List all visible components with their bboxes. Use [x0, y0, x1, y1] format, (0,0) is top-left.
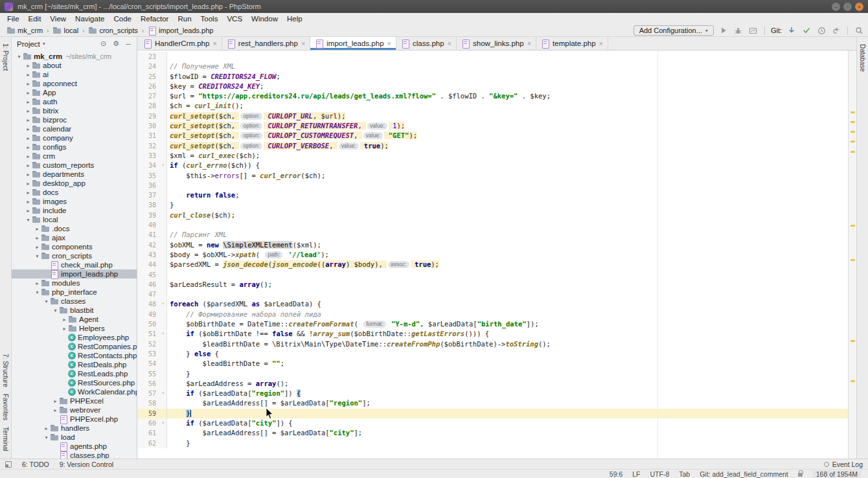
memory-indicator[interactable]: 168 of 1954M: [812, 470, 862, 478]
tree-item-.docs[interactable]: ▸.docs: [12, 224, 137, 233]
code-line[interactable]: 59 }: [137, 409, 856, 418]
chevron-expanded-icon[interactable]: ▾: [52, 308, 59, 313]
chevron-collapsed-icon[interactable]: ▸: [25, 199, 32, 205]
caret-position[interactable]: 59:6: [610, 470, 622, 478]
version-control-button[interactable]: 9: Version Control: [60, 461, 113, 468]
editor[interactable]: 2324// Получение XML25$flowID = CREDITOR…: [137, 51, 856, 459]
chevron-collapsed-icon[interactable]: ▸: [25, 208, 32, 214]
chevron-collapsed-icon[interactable]: ▸: [34, 235, 41, 241]
code-line[interactable]: 52 $leadBirthDate = \Bitrix\Main\Type\Da…: [137, 339, 856, 349]
tree-item-desktop_app[interactable]: ▸desktop_app: [12, 179, 137, 188]
code-line[interactable]: 39curl_close($ch);: [137, 211, 856, 220]
tree-item-bitrix[interactable]: ▸bitrix: [12, 106, 137, 115]
chevron-collapsed-icon[interactable]: ▸: [25, 172, 32, 177]
code-line[interactable]: 57▾ if ($arLeadData["region"]) {: [137, 389, 856, 398]
tree-item-load[interactable]: ▾load: [12, 433, 137, 442]
tab-rest_handlers.php[interactable]: rest_handlers.php×: [222, 37, 311, 50]
chevron-expanded-icon[interactable]: ▾: [34, 290, 41, 295]
chevron-expanded-icon[interactable]: ▾: [16, 54, 23, 60]
close-tab-icon[interactable]: ×: [599, 40, 603, 47]
close-tab-icon[interactable]: ×: [301, 40, 305, 47]
code-line[interactable]: 43$body = $obXML->xpath( path: '//lead')…: [137, 250, 856, 260]
tree-item-calendar[interactable]: ▸calendar: [12, 124, 137, 133]
code-line[interactable]: 41// Парсинг XML: [137, 230, 856, 240]
tree-item-crm[interactable]: ▸crm: [12, 152, 137, 161]
code-line[interactable]: 50 $obBirthDate = DateTime::createFromFo…: [137, 319, 856, 329]
chevron-collapsed-icon[interactable]: ▸: [61, 326, 68, 332]
add-configuration-button[interactable]: Add Configuration... ▾: [634, 25, 714, 36]
warning-stripe-mark[interactable]: [851, 111, 855, 113]
code-line[interactable]: 48▾foreach ($parsedXML as $arLeadData) {: [137, 299, 856, 309]
chevron-collapsed-icon[interactable]: ▸: [25, 163, 32, 168]
tab-class.php[interactable]: class.php×: [396, 37, 457, 50]
chevron-collapsed-icon[interactable]: ▸: [25, 90, 32, 96]
tree-item-mk_crm[interactable]: ▾mk_crm~/sites/mk_crm: [12, 52, 137, 61]
code-line[interactable]: 42$obXML = new \SimpleXMLElement($xml);: [137, 240, 856, 250]
tree-item-images[interactable]: ▸images: [12, 197, 137, 206]
fold-marker[interactable]: ▾: [159, 389, 167, 398]
close-tab-icon[interactable]: ×: [387, 40, 391, 47]
code-line[interactable]: 31curl_setopt($ch, option: CURLOPT_CUSTO…: [137, 131, 856, 141]
file-encoding[interactable]: UTF-8: [650, 470, 670, 478]
chevron-collapsed-icon[interactable]: ▸: [25, 63, 32, 69]
chevron-expanded-icon[interactable]: ▾: [25, 217, 32, 223]
chevron-collapsed-icon[interactable]: ▸: [25, 135, 32, 141]
menu-file[interactable]: File: [3, 15, 24, 23]
git-history-clock-icon[interactable]: [816, 25, 827, 36]
code-line[interactable]: 51▾ if ($obBirthDate !== false && !array…: [137, 329, 856, 339]
menu-run[interactable]: Run: [173, 15, 196, 23]
code-line[interactable]: 49 // Формирование набора полей лида: [137, 310, 856, 319]
tree-item-webrover[interactable]: ▸webrover: [12, 405, 137, 415]
menu-refactor[interactable]: Refactor: [136, 15, 173, 23]
chevron-expanded-icon[interactable]: ▾: [43, 299, 50, 304]
code-line[interactable]: 56 $arLeadAddress = array();: [137, 379, 856, 389]
tree-item-classes[interactable]: ▾classes: [12, 297, 137, 306]
code-line[interactable]: 58 $arLeadAddress[] = $arLeadData["regio…: [137, 398, 856, 408]
code-line[interactable]: 54 $leadBirthDate = "";: [137, 359, 856, 369]
code-line[interactable]: 27$url = "https://app.creditors24.ru/api…: [137, 91, 856, 101]
code-line[interactable]: 37 return false;: [137, 190, 856, 200]
chevron-collapsed-icon[interactable]: ▸: [25, 81, 32, 87]
code-line[interactable]: 46$arLeadsResult = array();: [137, 280, 856, 290]
tree-item-apconnect[interactable]: ▸apconnect: [12, 79, 137, 88]
tree-item-RestSources.php[interactable]: cRestSources.php: [12, 378, 137, 387]
event-log-button[interactable]: Event Log: [824, 461, 863, 468]
todo-button[interactable]: 6: TODO: [22, 461, 49, 468]
tree-item-company[interactable]: ▸company: [12, 133, 137, 142]
chevron-collapsed-icon[interactable]: ▸: [25, 99, 32, 105]
warning-stripe-mark[interactable]: [851, 141, 855, 142]
tree-item-RestLeads.php[interactable]: cRestLeads.php: [12, 369, 137, 378]
tree-item-WorkCalendar.php[interactable]: cWorkCalendar.php: [12, 387, 137, 396]
menu-code[interactable]: Code: [109, 15, 136, 23]
tree-item-local[interactable]: ▾local: [12, 215, 137, 224]
line-ending[interactable]: LF: [632, 470, 640, 478]
menu-vcs[interactable]: VCS: [222, 15, 247, 23]
tool-button-database[interactable]: Database: [859, 44, 866, 72]
chevron-collapsed-icon[interactable]: ▸: [25, 190, 32, 196]
locate-file-icon[interactable]: ⊙: [98, 40, 108, 48]
hide-panel-icon[interactable]: ─: [124, 40, 133, 48]
menu-navigate[interactable]: Navigate: [71, 15, 109, 23]
tree-item-classes.php[interactable]: classes.php: [12, 451, 137, 459]
tree-item-RestDeals.php[interactable]: cRestDeals.php: [12, 360, 137, 369]
breadcrumb-local[interactable]: local: [51, 27, 80, 34]
code-line[interactable]: 47: [137, 290, 856, 299]
maximize-button[interactable]: ▫: [843, 3, 852, 11]
tree-item-modules[interactable]: ▸modules: [12, 279, 137, 288]
tree-item-agents.php[interactable]: agents.php: [12, 442, 137, 451]
chevron-collapsed-icon[interactable]: ▸: [25, 108, 32, 114]
tree-item-PHPExcel[interactable]: ▸PHPExcel: [12, 396, 137, 405]
tree-item-RestContacts.php[interactable]: cRestContacts.php: [12, 351, 137, 360]
chevron-collapsed-icon[interactable]: ▸: [52, 407, 59, 413]
chevron-expanded-icon[interactable]: ▾: [34, 253, 41, 259]
code-line[interactable]: 32curl_setopt($ch, option: CURLOPT_VERBO…: [137, 141, 856, 151]
chevron-collapsed-icon[interactable]: ▸: [25, 144, 32, 150]
chevron-collapsed-icon[interactable]: ▸: [43, 426, 50, 431]
code-line[interactable]: 62 }: [137, 438, 856, 448]
warning-stripe-mark[interactable]: [851, 151, 855, 153]
tree-item-Agent[interactable]: ▸Agent: [12, 315, 137, 324]
tree-item-components[interactable]: ▸components: [12, 242, 137, 251]
warning-stripe-mark[interactable]: [851, 380, 855, 382]
error-stripe[interactable]: [848, 51, 856, 459]
code-line[interactable]: 44$parsedXML = json_decode(json_encode((…: [137, 260, 856, 269]
